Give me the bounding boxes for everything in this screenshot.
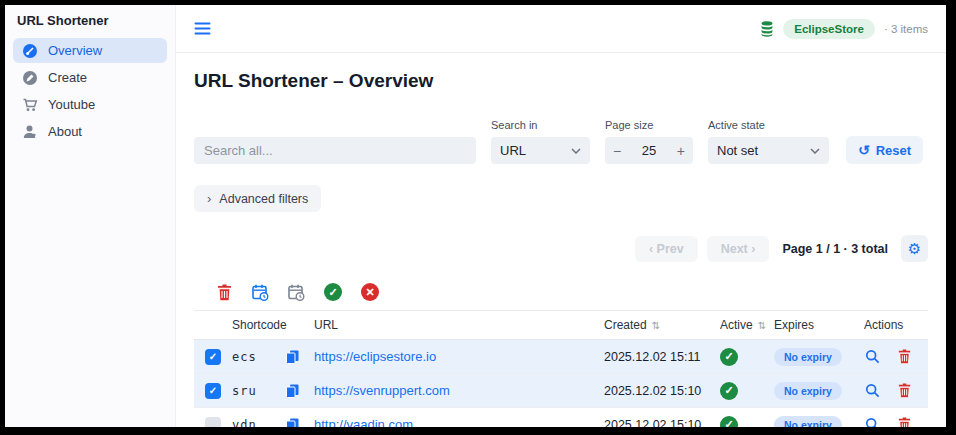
prev-page-button[interactable]: ‹ Prev — [635, 236, 698, 262]
page-info: Page 1 / 1 · 3 total — [782, 242, 888, 256]
shortcode-cell: vdn — [232, 418, 284, 428]
settings-button[interactable]: ⚙ — [901, 235, 928, 262]
column-header-url[interactable]: URL — [314, 318, 604, 332]
page-size-field: Page size − 25 + — [605, 119, 693, 164]
expander-icon: › — [207, 191, 211, 206]
main-area: EclipseStore · 3 items URL Shortener – O… — [176, 5, 946, 427]
column-header-created[interactable]: Created ⇅ — [604, 318, 720, 332]
cross-icon: ✕ — [365, 286, 374, 299]
row-checkbox[interactable]: ✓ — [205, 383, 221, 399]
sidebar-item-about[interactable]: About — [13, 119, 167, 144]
url-link[interactable]: http://vaadin.com — [314, 417, 413, 427]
reset-icon: ↺ — [858, 142, 870, 158]
delete-selected-button[interactable] — [216, 284, 233, 301]
reset-label: Reset — [876, 143, 911, 158]
active-state-value: Not set — [717, 143, 758, 158]
shortcode-cell: ecs — [232, 350, 284, 364]
topbar: EclipseStore · 3 items — [176, 5, 946, 53]
page-size-label: Page size — [605, 119, 693, 131]
url-link[interactable]: https://svenruppert.com — [314, 383, 450, 398]
search-in-value: URL — [500, 143, 526, 158]
sidebar-item-label: Overview — [48, 43, 102, 58]
app-title: URL Shortener — [5, 5, 175, 36]
database-icon — [760, 21, 774, 37]
search-in-label: Search in — [491, 119, 590, 131]
next-page-button[interactable]: Next › — [707, 236, 770, 262]
items-count: · 3 items — [884, 23, 928, 35]
bulk-toolbar: ✓ ✕ — [194, 274, 928, 310]
user-icon — [21, 123, 38, 140]
view-details-button[interactable] — [864, 349, 880, 365]
sidebar-item-label: About — [48, 124, 82, 139]
increment-button[interactable]: + — [677, 144, 685, 158]
column-header-label: Active — [720, 318, 753, 332]
deactivate-selected-button[interactable]: ✕ — [361, 283, 379, 301]
decrement-button[interactable]: − — [613, 144, 621, 158]
store-badge: EclipseStore — [783, 19, 875, 39]
active-state-select[interactable]: Not set — [708, 137, 829, 164]
search-input[interactable] — [194, 137, 476, 164]
expiry-badge: No expiry — [774, 382, 842, 400]
page-size-stepper: − 25 + — [605, 137, 693, 164]
check-icon: ✓ — [209, 351, 217, 362]
active-state-field: Active state Not set — [708, 119, 829, 164]
created-cell: 2025.12.02 15:10 — [604, 418, 720, 428]
gear-icon: ⚙ — [908, 240, 921, 258]
active-state-label: Active state — [708, 119, 829, 131]
sort-icon[interactable]: ⇅ — [652, 320, 660, 331]
column-header-expires: Expires — [774, 318, 864, 332]
created-cell: 2025.12.02 15:11 — [604, 350, 720, 364]
row-checkbox[interactable]: ✓ — [205, 349, 221, 365]
delete-row-button[interactable] — [896, 417, 912, 428]
column-header-actions: Actions — [864, 318, 928, 332]
sidebar-item-overview[interactable]: Overview — [13, 38, 167, 63]
set-expiry-button[interactable] — [252, 284, 269, 301]
column-header-shortcode[interactable]: Shortcode — [232, 318, 284, 332]
edit-icon — [21, 69, 38, 86]
page-content: URL Shortener – Overview Search in URL P… — [176, 53, 946, 427]
view-details-button[interactable] — [864, 417, 880, 428]
app-window: URL Shortener Overview Create Youtube Ab… — [5, 5, 946, 427]
advanced-filters-label: Advanced filters — [219, 192, 308, 206]
sidebar-item-youtube[interactable]: Youtube — [13, 92, 167, 117]
copy-icon[interactable] — [284, 383, 300, 399]
delete-row-button[interactable] — [896, 349, 912, 365]
copy-icon[interactable] — [284, 349, 300, 365]
column-header-active[interactable]: Active ⇅ — [720, 318, 774, 332]
view-details-button[interactable] — [864, 383, 880, 399]
reset-button[interactable]: ↺ Reset — [846, 136, 923, 164]
page-size-value: 25 — [642, 143, 656, 158]
search-in-select[interactable]: URL — [491, 137, 590, 164]
table-row: ✓ ecs https://eclipsestore.io 2025.12.02… — [194, 340, 928, 374]
expiry-badge: No expiry — [774, 348, 842, 366]
sort-icon[interactable]: ⇅ — [758, 320, 766, 331]
check-icon: ✓ — [724, 350, 733, 363]
url-link[interactable]: https://eclipsestore.io — [314, 349, 436, 364]
activate-selected-button[interactable]: ✓ — [324, 283, 342, 301]
sidebar-item-create[interactable]: Create — [13, 65, 167, 90]
check-icon: ✓ — [724, 418, 733, 427]
sidebar: URL Shortener Overview Create Youtube Ab… — [5, 5, 176, 427]
shortcode-cell: sru — [232, 384, 284, 398]
delete-row-button[interactable] — [896, 383, 912, 399]
check-icon: ✓ — [209, 385, 217, 396]
chevron-down-icon — [810, 148, 820, 154]
dashboard-icon — [21, 42, 38, 59]
page-title: URL Shortener – Overview — [194, 70, 928, 92]
pagination: ‹ Prev Next › Page 1 / 1 · 3 total ⚙ — [194, 235, 928, 262]
clear-expiry-button[interactable] — [288, 284, 305, 301]
chevron-down-icon — [571, 148, 581, 154]
check-icon: ✓ — [328, 286, 337, 299]
sidebar-item-label: Create — [48, 70, 87, 85]
filter-row: Search in URL Page size − 25 + — [194, 119, 928, 164]
active-status-icon: ✓ — [720, 382, 738, 400]
menu-toggle-button[interactable] — [194, 20, 211, 37]
advanced-filters-toggle[interactable]: › Advanced filters — [194, 185, 321, 212]
copy-icon[interactable] — [284, 417, 300, 428]
table-row: ✓ sru https://svenruppert.com 2025.12.02… — [194, 374, 928, 408]
table-row: vdn http://vaadin.com 2025.12.02 15:10 ✓… — [194, 408, 928, 427]
active-status-icon: ✓ — [720, 348, 738, 366]
row-checkbox[interactable] — [205, 417, 221, 428]
cart-icon — [21, 96, 38, 113]
url-table: Shortcode URL Created ⇅ Active ⇅ Expires… — [194, 310, 928, 427]
